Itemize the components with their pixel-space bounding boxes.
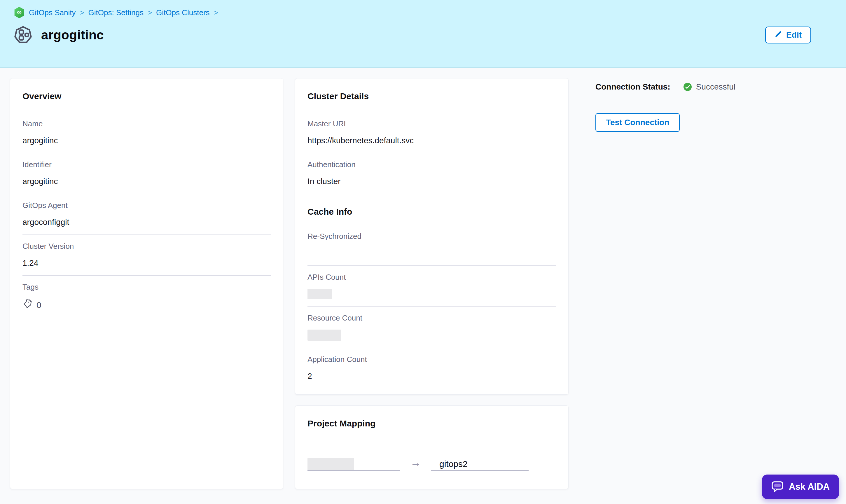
page-header: ∞ GitOps Sanity > GitOps: Settings > Git…: [0, 0, 846, 68]
mapping-arrow-icon: →: [410, 456, 421, 471]
edit-pencil-icon: [775, 30, 782, 40]
field-label: Name: [22, 119, 271, 128]
breadcrumb-link-gitops-clusters[interactable]: GitOps Clusters: [156, 8, 210, 17]
breadcrumb-separator: >: [79, 8, 84, 17]
field-value: argoconfiggit: [22, 217, 271, 228]
cache-info-section-title: Cache Info: [307, 207, 556, 217]
project-mapping-card-title: Project Mapping: [307, 418, 556, 429]
redacted-value: [307, 329, 341, 341]
field-cluster-version: Cluster Version 1.24: [22, 242, 271, 276]
field-resource-count: Resource Count: [307, 313, 556, 348]
field-label: Re-Sychronized: [307, 232, 556, 241]
cluster-icon: [14, 26, 32, 44]
test-connection-button[interactable]: Test Connection: [595, 113, 680, 132]
field-name: Name argogitinc: [22, 119, 271, 153]
content-area: Overview Name argogitinc Identifier argo…: [0, 68, 846, 504]
field-authentication: Authentication In cluster: [307, 160, 556, 194]
field-master-url: Master URL https://kubernetes.default.sv…: [307, 119, 556, 153]
breadcrumb: ∞ GitOps Sanity > GitOps: Settings > Git…: [14, 6, 846, 19]
field-label: APIs Count: [307, 273, 556, 282]
field-label: GitOps Agent: [22, 201, 271, 210]
field-value: https://kubernetes.default.svc: [307, 135, 556, 146]
tags-icon: [22, 299, 33, 311]
tags-count-value: 0: [36, 300, 41, 310]
connection-status-value: Successful: [696, 82, 735, 92]
field-value-empty: [307, 248, 556, 258]
breadcrumb-separator: >: [148, 8, 152, 17]
field-tags: Tags 0: [22, 283, 271, 311]
cluster-details-card: Cluster Details Master URL https://kuber…: [295, 78, 569, 395]
field-label: Authentication: [307, 160, 556, 169]
connection-status-label: Connection Status:: [595, 82, 670, 92]
edit-button[interactable]: Edit: [765, 26, 811, 43]
field-label: Tags: [22, 283, 271, 292]
field-value: 2: [307, 371, 556, 381]
breadcrumb-link-gitops-settings[interactable]: GitOps: Settings: [88, 8, 144, 17]
field-identifier: Identifier argogitinc: [22, 160, 271, 194]
field-value: argogitinc: [22, 176, 271, 187]
field-apis-count: APIs Count: [307, 273, 556, 307]
field-application-count: Application Count 2: [307, 355, 556, 381]
field-value: 1.24: [22, 258, 271, 268]
field-re-sychronized: Re-Sychronized: [307, 232, 556, 266]
mapping-source-field[interactable]: [307, 458, 400, 471]
tags-count: 0: [22, 299, 271, 311]
field-label: Application Count: [307, 355, 556, 364]
connection-status-row: Connection Status: Successful: [595, 82, 834, 92]
field-value: argogitinc: [22, 135, 271, 146]
field-gitops-agent: GitOps Agent argoconfiggit: [22, 201, 271, 235]
project-mapping-card: Project Mapping → gitops2: [295, 406, 569, 489]
breadcrumb-link-gitops-sanity[interactable]: GitOps Sanity: [29, 8, 75, 17]
overview-card-title: Overview: [22, 91, 271, 101]
field-value: In cluster: [307, 176, 556, 187]
field-label: Resource Count: [307, 313, 556, 323]
redacted-value: [307, 289, 332, 299]
success-check-icon: [670, 83, 692, 91]
title-row: argogitinc Edit: [14, 26, 846, 44]
page-title: argogitinc: [41, 28, 104, 42]
field-label: Master URL: [307, 119, 556, 128]
svg-text:∞: ∞: [17, 8, 22, 16]
gitops-module-icon: ∞: [14, 6, 25, 19]
mapping-destination-field[interactable]: gitops2: [431, 458, 528, 471]
edit-button-label: Edit: [786, 30, 802, 40]
field-label: Identifier: [22, 160, 271, 169]
field-label: Cluster Version: [22, 242, 271, 251]
connection-panel: Connection Status: Successful Test Conne…: [579, 78, 846, 504]
cluster-details-card-title: Cluster Details: [307, 91, 556, 101]
overview-card: Overview Name argogitinc Identifier argo…: [10, 78, 283, 489]
ask-aida-button[interactable]: Ask AIDA: [762, 474, 839, 499]
chat-bubble-icon: [771, 481, 784, 493]
ask-aida-label: Ask AIDA: [789, 482, 830, 492]
breadcrumb-separator: >: [214, 8, 218, 17]
project-mapping-row: → gitops2: [307, 456, 556, 476]
redacted-value: [307, 458, 354, 470]
